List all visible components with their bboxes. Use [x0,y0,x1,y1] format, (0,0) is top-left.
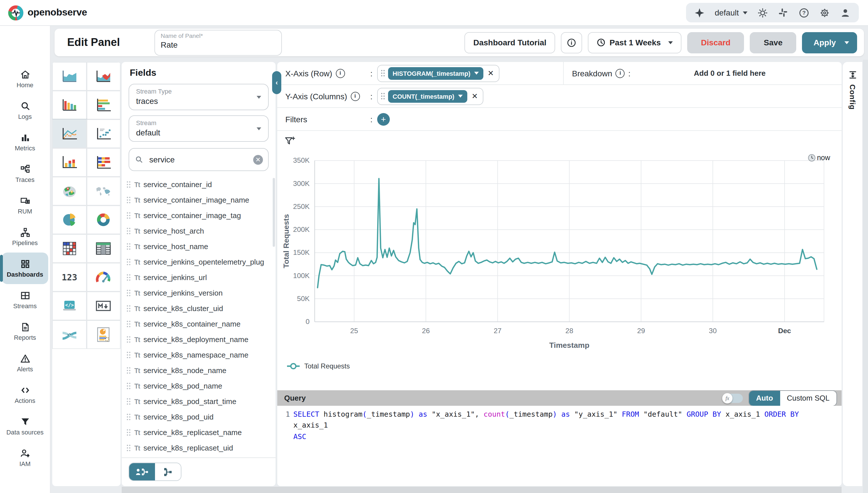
field-item[interactable]: Ttservice_container_image_tag [126,208,276,223]
drag-handle-icon[interactable] [126,336,131,343]
field-item[interactable]: Ttservice_name [126,456,276,457]
horizontal-scrollbar[interactable] [122,487,842,493]
settings-gear-icon[interactable] [819,7,830,18]
help-icon[interactable]: ? [798,7,809,18]
remove-y-axis-field-icon[interactable]: ✕ [470,92,479,101]
fields-scrollbar[interactable] [273,178,275,247]
drag-handle-icon[interactable] [126,398,131,405]
sql-editor[interactable]: 1 SELECT histogram(_timestamp) as "x_axi… [277,406,842,486]
field-item[interactable]: Ttservice_container_id [126,177,276,192]
chart-type-markdown[interactable] [86,292,121,320]
sidebar-item-streams[interactable]: Streams [0,284,50,316]
chart-type-sankey[interactable] [52,320,86,349]
drag-handle-icon[interactable] [126,274,131,281]
y-axis-field-chip[interactable]: COUNT(_timestamp) [388,90,468,103]
field-view-user-schema-button[interactable] [129,463,155,480]
sidebar-item-logs[interactable]: Logs [0,95,50,126]
sidebar-item-metrics[interactable]: Metrics [0,126,50,158]
field-item[interactable]: Ttservice_k8s_pod_uid [126,409,276,425]
field-item[interactable]: Ttservice_k8s_replicaset_uid [126,440,276,456]
chart-type-custom-chart[interactable] [86,320,121,349]
field-item[interactable]: Ttservice_k8s_pod_name [126,378,276,394]
add-filter-button[interactable]: + [377,113,390,125]
field-item[interactable]: Ttservice_k8s_replicaset_name [126,425,276,440]
drag-handle-icon[interactable] [126,227,131,235]
sidebar-item-reports[interactable]: Reports [0,316,50,347]
chart-legend[interactable]: Total Requests [287,362,842,370]
remove-x-axis-field-icon[interactable]: ✕ [487,69,495,78]
discard-button[interactable]: Discard [687,32,744,53]
chart-type-horizontal-stacked-bar[interactable] [86,148,121,177]
chart-type-metric-text[interactable]: 123 [52,263,86,292]
info-icon[interactable]: i [351,91,360,101]
chart-type-table[interactable] [86,234,121,263]
config-rail[interactable]: Config [843,62,862,486]
field-item[interactable]: Ttservice_k8s_pod_start_time [126,394,276,409]
chart-type-area-stacked[interactable] [86,62,121,91]
function-toggle[interactable]: fx [722,393,743,403]
chart-type-geomap[interactable] [52,177,86,206]
x-axis-field-chip[interactable]: HISTOGRAM(_timestamp) [388,67,484,80]
filter-plus-icon[interactable] [284,135,296,147]
drag-handle-icon[interactable] [126,429,131,436]
drag-handle-icon[interactable] [126,258,131,266]
field-item[interactable]: Ttservice_k8s_container_name [126,316,276,332]
info-icon[interactable]: i [616,69,625,78]
user-profile-icon[interactable] [839,7,851,18]
field-item[interactable]: Ttservice_k8s_deployment_name [126,332,276,347]
brand[interactable]: openobserve [6,5,87,20]
chart-type-bar[interactable] [52,91,86,120]
sidebar-item-dashboards[interactable]: Dashboards [2,253,48,284]
slack-icon[interactable] [777,7,789,18]
timeseries-plot[interactable]: 050K100K150K200K250K300K350K252627282930… [281,150,838,361]
time-range-selector[interactable]: Past 1 Weeks [588,32,682,53]
sidebar-item-pipelines[interactable]: Pipelines [0,221,50,253]
chart-type-line[interactable] [52,120,86,148]
panel-name-field[interactable]: Name of Panel* Rate [154,29,282,56]
drag-handle-icon[interactable] [126,196,131,204]
dashboard-tutorial-button[interactable]: Dashboard Tutorial [465,32,555,53]
drag-handle-icon[interactable] [126,243,131,250]
sidebar-item-rum[interactable]: RUM [0,189,50,221]
field-item[interactable]: Ttservice_jenkins_url [126,270,276,285]
drag-handle-icon[interactable] [126,212,131,219]
save-button[interactable]: Save [750,32,796,53]
sidebar-item-traces[interactable]: Traces [0,158,50,189]
field-item[interactable]: Ttservice_jenkins_opentelemetry_plug [126,254,276,270]
field-item[interactable]: Ttservice_container_image_name [126,192,276,208]
field-item[interactable]: Ttservice_k8s_namespace_name [126,347,276,363]
drag-handle-icon[interactable] [126,367,131,374]
drag-handle-icon[interactable] [126,413,131,421]
drag-handle-icon[interactable] [126,444,131,452]
chart-type-scatter[interactable] [86,120,121,148]
sidebar-item-alerts[interactable]: Alerts [0,347,50,379]
chart-type-area[interactable] [52,62,86,91]
sidebar-item-home[interactable]: Home [0,63,50,95]
drag-handle-icon[interactable] [126,289,131,297]
drag-handle-icon[interactable] [126,351,131,359]
chart-type-gauge[interactable] [86,263,121,292]
collapse-fields-button[interactable]: ‹ [272,71,281,94]
field-item[interactable]: Ttservice_host_arch [126,223,276,239]
org-selector[interactable]: default [715,8,747,17]
clear-search-icon[interactable]: ✕ [253,155,263,165]
chart-type-pie[interactable] [52,206,86,234]
chart-type-maps[interactable] [86,177,121,206]
sidebar-item-iam[interactable]: IAM [0,442,50,473]
field-search[interactable]: ✕ [129,148,269,171]
drag-handle-icon[interactable] [126,382,131,390]
sidebar-item-data-sources[interactable]: Data sources [0,410,50,442]
drag-handle-icon[interactable] [381,69,385,77]
drag-handle-icon[interactable] [126,181,131,188]
breakdown-placeholder[interactable]: Add 0 or 1 field here [635,69,842,78]
chart-type-html[interactable]: </> [52,292,86,320]
apply-button[interactable]: Apply [802,32,857,53]
field-item[interactable]: Ttservice_k8s_cluster_uid [126,301,276,316]
field-view-schema-button[interactable] [155,463,181,480]
theme-toggle-icon[interactable] [757,7,768,18]
drag-handle-icon[interactable] [126,305,131,312]
chart-type-donut[interactable] [86,206,121,234]
ai-sparkle-icon[interactable] [694,7,705,18]
field-item[interactable]: Ttservice_jenkins_version [126,285,276,301]
sidebar-item-actions[interactable]: Actions [0,379,50,410]
